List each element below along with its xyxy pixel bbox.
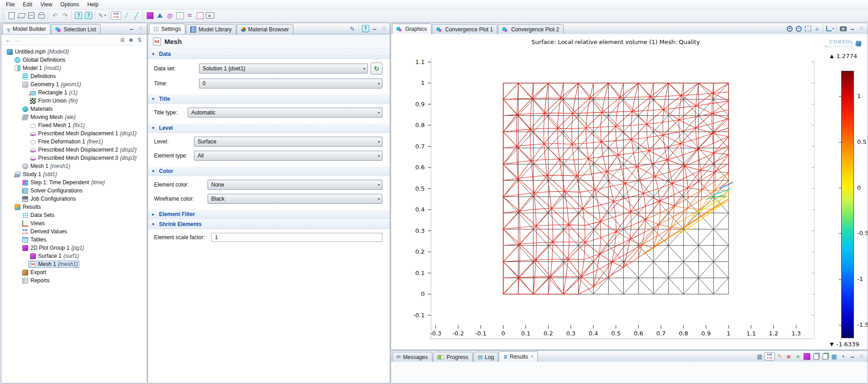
refresh-solution-button[interactable]: ↻ bbox=[371, 63, 382, 74]
delete-button[interactable]: × bbox=[784, 352, 793, 361]
tree-item-derived-values[interactable]: Derived Values bbox=[2, 227, 147, 236]
tab-graphics[interactable]: Graphics bbox=[392, 24, 432, 34]
tab-selection-list[interactable]: Selection List bbox=[51, 24, 100, 34]
zoom-extents-button[interactable] bbox=[813, 25, 821, 33]
undo-button[interactable]: ↶ bbox=[50, 10, 60, 20]
section-header-color[interactable]: ▾Color bbox=[148, 166, 390, 176]
forward-button[interactable]: → bbox=[13, 35, 21, 44]
mesh-plot-canvas[interactable] bbox=[391, 34, 867, 349]
tree-item-study-1-std1[interactable]: Study 1{std1} bbox=[2, 170, 147, 178]
color-plot-button[interactable] bbox=[803, 352, 811, 361]
zoom-out-button[interactable]: − bbox=[794, 25, 803, 33]
minimize-button[interactable]: ▬ bbox=[370, 25, 379, 33]
tab-model-library[interactable]: Model Library bbox=[186, 24, 236, 34]
constants-button[interactable]: 8.85e-12 bbox=[111, 10, 121, 20]
maximize-button[interactable]: □ bbox=[136, 25, 145, 33]
redo-button[interactable]: ↷ bbox=[60, 10, 70, 20]
waves-button[interactable]: ≈ bbox=[185, 10, 195, 20]
element-scale-factor-input[interactable]: 1 bbox=[211, 233, 382, 242]
tree-item-fixed-mesh-1-fix1[interactable]: Fixed Mesh 1{fix1} bbox=[2, 121, 147, 129]
data-set-select[interactable]: Solution 1 {dset1}▾ bbox=[199, 64, 368, 74]
tree-item-free-deformation-1-free1[interactable]: Free Deformation 1{free1} bbox=[2, 138, 147, 146]
section-header-level[interactable]: ▾Level bbox=[148, 123, 390, 133]
tree-item-2d-plot-group-1-pg1[interactable]: 2D Plot Group 1{pg1} bbox=[2, 244, 147, 252]
tree-item-reports[interactable]: Reports bbox=[2, 276, 147, 285]
tree-item-solver-configurations[interactable]: Solver Configurations bbox=[2, 187, 147, 195]
tab-results[interactable]: ≣Results× bbox=[499, 351, 538, 362]
back-button[interactable]: ← bbox=[4, 35, 13, 44]
tree-item-materials[interactable]: Materials bbox=[2, 105, 147, 113]
tree-item-prescribed-mesh-displacement-1-disp1[interactable]: Prescribed Mesh Displacement 1{disp1} bbox=[2, 129, 147, 138]
tree-item-definitions[interactable]: Definitions bbox=[2, 72, 147, 80]
section-header-shrink[interactable]: ▾Shrink Elements bbox=[148, 219, 390, 229]
minimize-button[interactable]: ▬ bbox=[848, 25, 857, 33]
frame-button[interactable] bbox=[195, 10, 205, 20]
clear-results-button[interactable]: ✎ bbox=[775, 352, 784, 361]
doc-help-button[interactable]: ? bbox=[84, 10, 94, 20]
tree-item-untitled-mph-model3[interactable]: Untitled.mph{Model3} bbox=[2, 48, 147, 56]
style-pen-button[interactable]: ✎ bbox=[348, 25, 357, 33]
menu-file[interactable]: File bbox=[2, 0, 19, 9]
tree-item-data-sets[interactable]: Data Sets bbox=[2, 211, 147, 219]
help-button[interactable]: ? bbox=[74, 10, 84, 20]
menu-view[interactable]: View bbox=[36, 0, 56, 9]
time-select[interactable]: 0▾ bbox=[199, 79, 382, 89]
tree-item-views[interactable]: Views bbox=[2, 219, 147, 227]
copy-plot-button[interactable] bbox=[812, 352, 820, 361]
menu-options[interactable]: Options bbox=[56, 0, 83, 9]
reorder-button[interactable]: ⇅ bbox=[135, 35, 144, 44]
color-plot-button[interactable] bbox=[145, 10, 155, 20]
tree-item-prescribed-mesh-displacement-3-disp3[interactable]: Prescribed Mesh Displacement 3{disp3} bbox=[2, 154, 147, 162]
tree-item-global-definitions[interactable]: Global Definitions bbox=[2, 56, 147, 64]
tree-item-geometry-1-geom1[interactable]: Geometry 1{geom1} bbox=[2, 80, 147, 89]
tree-item-export[interactable]: Export bbox=[2, 268, 147, 276]
export-plot-button[interactable] bbox=[821, 352, 829, 361]
show-node-button[interactable]: ◉ bbox=[127, 35, 135, 44]
tree-item-tables[interactable]: Tables bbox=[2, 236, 147, 244]
tab-material-browser[interactable]: Material Browser bbox=[237, 24, 293, 34]
tree-item-job-configurations[interactable]: Job Configurations bbox=[2, 195, 147, 203]
element-type-select[interactable]: All▾ bbox=[194, 151, 382, 161]
export-arrow-button[interactable]: → bbox=[175, 10, 185, 20]
tab-model-builder[interactable]: ╦Model Builder bbox=[2, 24, 50, 34]
view-axis-button[interactable]: ▾ bbox=[826, 25, 834, 33]
plot-figure-button[interactable] bbox=[155, 10, 165, 20]
new-button[interactable] bbox=[6, 10, 16, 20]
snapshot-button[interactable] bbox=[839, 25, 848, 33]
open-button[interactable] bbox=[16, 10, 26, 20]
animation-button[interactable]: ▶ bbox=[205, 10, 215, 20]
spiral-button[interactable]: @ bbox=[165, 10, 175, 20]
tab-convergence-plot-1[interactable]: Convergence Plot 1 bbox=[432, 24, 497, 34]
tree-item-prescribed-mesh-displacement-2-disp2[interactable]: Prescribed Mesh Displacement 2{disp2} bbox=[2, 146, 147, 154]
menu-edit[interactable]: Edit bbox=[19, 0, 36, 9]
brush-button[interactable]: ✎▾ bbox=[97, 10, 107, 20]
tab-settings[interactable]: Settings bbox=[149, 24, 185, 34]
tab-log[interactable]: ▤Log bbox=[473, 352, 498, 362]
tree-item-mesh-1-mesh1[interactable]: Mesh 1{mesh1} bbox=[2, 162, 147, 170]
save-button[interactable] bbox=[26, 10, 36, 20]
tree-item-results[interactable]: Results bbox=[2, 203, 147, 211]
constants-button[interactable]: 8.85e-12 bbox=[764, 352, 775, 361]
section-header-element-filter[interactable]: ▸Element Filter bbox=[148, 209, 390, 219]
maximize-button[interactable]: □ bbox=[857, 352, 866, 361]
menu-help[interactable]: Help bbox=[83, 0, 103, 9]
menu-caret-button[interactable]: ▾ bbox=[839, 352, 848, 361]
collapse-all-button[interactable]: ≣ bbox=[118, 35, 127, 44]
tree-item-mesh-1-mesh1[interactable]: Mesh 1{mesh1} bbox=[2, 260, 147, 268]
close-icon[interactable]: × bbox=[531, 354, 534, 359]
point-probe-button[interactable]: ╱ bbox=[121, 10, 131, 20]
tree-item-step-1-time-dependent-time[interactable]: Step 1: Time Dependent{time} bbox=[2, 178, 147, 187]
wireframe-color-select[interactable]: Black▾ bbox=[208, 194, 382, 204]
minimize-button[interactable]: ▬ bbox=[848, 352, 857, 361]
maximize-button[interactable]: □ bbox=[379, 25, 388, 33]
tree-item-rectangle-1-r1[interactable]: Rectangle 1{r1} bbox=[2, 89, 147, 97]
level-select[interactable]: Surface▾ bbox=[194, 137, 382, 147]
table-button[interactable]: ▦ bbox=[830, 352, 838, 361]
tab-convergence-plot-2[interactable]: Convergence Plot 2 bbox=[498, 24, 563, 34]
section-header-title[interactable]: ▾Title bbox=[148, 94, 390, 104]
maximize-button[interactable]: □ bbox=[857, 25, 866, 33]
panel-help-button[interactable]: ? bbox=[361, 25, 370, 33]
plot-curve-button[interactable]: ≈ bbox=[794, 352, 802, 361]
tree-item-model-1-mod1[interactable]: Model 1{mod1} bbox=[2, 64, 147, 72]
tree-item-moving-mesh-ale[interactable]: Moving Mesh{ale} bbox=[2, 113, 147, 121]
